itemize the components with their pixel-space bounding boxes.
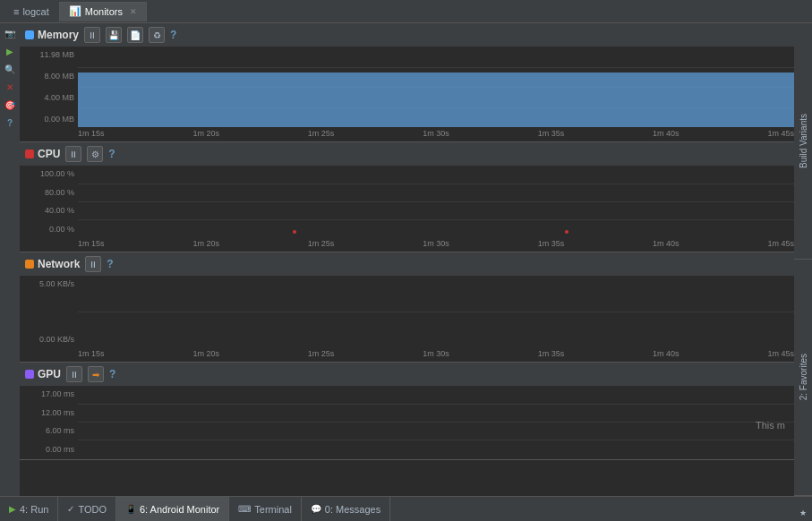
gpu-grid bbox=[78, 386, 794, 457]
memory-header: Memory ⏸ 💾 📄 ♻ ? bbox=[20, 23, 794, 47]
network-pause-btn[interactable]: ⏸ bbox=[85, 256, 101, 272]
help-icon[interactable]: ? bbox=[2, 115, 18, 131]
network-help-btn[interactable]: ? bbox=[107, 258, 113, 270]
memory-x-axis: 1m 15s 1m 20s 1m 25s 1m 30s 1m 35s 1m 40… bbox=[20, 127, 794, 140]
tab-todo[interactable]: ✓ TODO bbox=[58, 497, 116, 522]
network-monitor: Network ⏸ ? 5.00 KB/s 0.00 KB/s 1m 1 bbox=[20, 252, 794, 363]
gpu-color-dot bbox=[25, 370, 34, 379]
cpu-header: CPU ⏸ ⚙ ? bbox=[20, 142, 794, 166]
cpu-pause-btn[interactable]: ⏸ bbox=[65, 146, 81, 162]
todo-icon: ✓ bbox=[67, 504, 74, 514]
close-icon[interactable]: ✕ bbox=[2, 79, 18, 95]
terminal-icon: ⌨ bbox=[238, 504, 251, 514]
cpu-settings-btn[interactable]: ⚙ bbox=[87, 146, 103, 162]
cpu-spike-2 bbox=[565, 230, 568, 234]
gpu-canvas: This m bbox=[78, 386, 794, 457]
network-canvas bbox=[78, 276, 794, 347]
memory-color-dot bbox=[25, 30, 34, 39]
memory-monitor: Memory ⏸ 💾 📄 ♻ ? 11.98 MB 8.00 MB 4.00 M… bbox=[20, 23, 794, 142]
network-x-axis: 1m 15s 1m 20s 1m 25s 1m 30s 1m 35s 1m 40… bbox=[20, 347, 794, 360]
tab-close-icon[interactable]: ✕ bbox=[130, 7, 137, 16]
network-color-dot bbox=[25, 260, 34, 269]
target-icon[interactable]: 🎯 bbox=[2, 97, 18, 113]
memory-canvas bbox=[78, 47, 794, 127]
tab-logcat[interactable]: ≡ logcat bbox=[4, 2, 59, 21]
memory-chart-area: 11.98 MB 8.00 MB 4.00 MB 0.00 MB bbox=[20, 47, 794, 127]
messages-icon: 💬 bbox=[311, 504, 321, 514]
network-y-axis: 5.00 KB/s 0.00 KB/s bbox=[20, 276, 78, 347]
memory-fill-bar bbox=[78, 73, 794, 127]
logcat-icon: ≡ bbox=[13, 6, 19, 17]
tab-terminal[interactable]: ⌨ Terminal bbox=[229, 497, 302, 522]
search-icon[interactable]: 🔍 bbox=[2, 61, 18, 77]
cpu-color-dot bbox=[25, 149, 34, 158]
android-icon: 📱 bbox=[125, 504, 136, 514]
gpu-title: GPU bbox=[25, 368, 61, 380]
tab-messages[interactable]: 💬 0: Messages bbox=[302, 497, 390, 522]
memory-help-btn[interactable]: ? bbox=[170, 29, 176, 41]
gpu-pause-btn[interactable]: ⏸ bbox=[66, 366, 82, 382]
tab-android-monitor[interactable]: 📱 6: Android Monitor bbox=[116, 497, 229, 522]
build-variants-panel[interactable]: Build Variants bbox=[794, 23, 812, 260]
memory-gc-btn[interactable]: ♻ bbox=[149, 27, 165, 43]
gpu-arrow-btn[interactable]: ➡ bbox=[88, 366, 104, 382]
cpu-monitor: CPU ⏸ ⚙ ? 100.00 % 80.00 % 40.00 % 0.00 … bbox=[20, 142, 794, 252]
cpu-chart-area: 100.00 % 80.00 % 40.00 % 0.00 % bbox=[20, 166, 794, 237]
bottom-bar: ▶ 4: Run ✓ TODO 📱 6: Android Monitor ⌨ T… bbox=[0, 496, 812, 521]
right-panels: Build Variants 2: Favorites ★ bbox=[794, 23, 812, 496]
tab-run[interactable]: ▶ 4: Run bbox=[0, 497, 58, 522]
gpu-help-btn[interactable]: ? bbox=[109, 368, 115, 380]
network-header: Network ⏸ ? bbox=[20, 252, 794, 276]
cpu-canvas bbox=[78, 166, 794, 237]
monitors-icon: 📊 bbox=[69, 5, 81, 17]
gpu-chart-area: 17.00 ms 12.00 ms 6.00 ms 0.00 ms This m bbox=[20, 386, 794, 457]
tab-bar: ≡ logcat 📊 Monitors ✕ bbox=[0, 0, 812, 23]
play-icon[interactable]: ▶ bbox=[2, 43, 18, 59]
network-grid bbox=[78, 276, 794, 347]
network-chart-area: 5.00 KB/s 0.00 KB/s bbox=[20, 276, 794, 347]
favorites-panel[interactable]: 2: Favorites ★ bbox=[794, 260, 812, 496]
cpu-spike-1 bbox=[293, 230, 296, 234]
run-icon: ▶ bbox=[9, 504, 16, 514]
camera-icon[interactable]: 📷 bbox=[2, 25, 18, 41]
left-sidebar: 📷 ▶ 🔍 ✕ 🎯 ? bbox=[0, 23, 20, 496]
gpu-header: GPU ⏸ ➡ ? bbox=[20, 363, 794, 386]
content-area: Memory ⏸ 💾 📄 ♻ ? 11.98 MB 8.00 MB 4.00 M… bbox=[20, 23, 794, 496]
cpu-help-btn[interactable]: ? bbox=[108, 148, 115, 160]
network-title: Network bbox=[25, 258, 80, 270]
cpu-title: CPU bbox=[25, 148, 60, 160]
gpu-y-axis: 17.00 ms 12.00 ms 6.00 ms 0.00 ms bbox=[20, 386, 78, 457]
memory-y-axis: 11.98 MB 8.00 MB 4.00 MB 0.00 MB bbox=[20, 47, 78, 127]
main-layout: 📷 ▶ 🔍 ✕ 🎯 ? Memory ⏸ 💾 📄 ♻ ? 11.98 bbox=[0, 23, 812, 496]
tab-monitors[interactable]: 📊 Monitors ✕ bbox=[59, 2, 147, 21]
memory-pause-btn[interactable]: ⏸ bbox=[84, 27, 100, 43]
gpu-watermark: This m bbox=[756, 420, 785, 431]
memory-dump-btn[interactable]: 📄 bbox=[127, 27, 143, 43]
cpu-x-axis: 1m 15s 1m 20s 1m 25s 1m 30s 1m 35s 1m 40… bbox=[20, 237, 794, 250]
gpu-monitor: GPU ⏸ ➡ ? 17.00 ms 12.00 ms 6.00 ms 0.00… bbox=[20, 363, 794, 460]
memory-save-btn[interactable]: 💾 bbox=[106, 27, 122, 43]
cpu-y-axis: 100.00 % 80.00 % 40.00 % 0.00 % bbox=[20, 166, 78, 237]
memory-title: Memory bbox=[25, 29, 79, 41]
cpu-grid bbox=[78, 166, 794, 237]
